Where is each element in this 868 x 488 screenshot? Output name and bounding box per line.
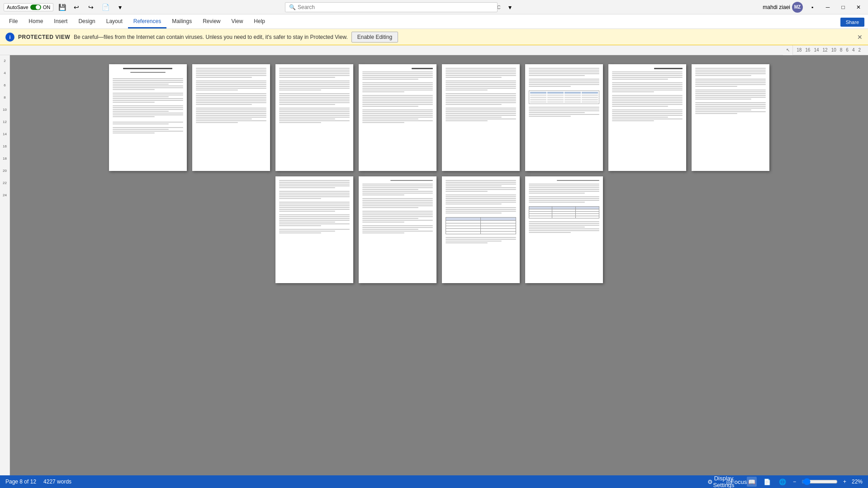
user-name: mahdi ziaei <box>763 4 790 10</box>
title-bar-right: mahdi ziaei MZ ▪ ─ □ ✕ <box>763 1 864 13</box>
web-view-icon: 🌐 <box>779 479 786 485</box>
tab-view[interactable]: View <box>226 15 249 28</box>
page-thumb-3[interactable] <box>275 64 353 171</box>
autosave-label: AutoSave <box>7 5 28 10</box>
read-view-icon: 📖 <box>748 479 755 485</box>
ribbon-tabs: File Home Insert Design Layout Reference… <box>0 14 868 29</box>
ruler-left-6: 6 <box>0 83 9 87</box>
page-thumb-1[interactable] <box>109 64 187 171</box>
tab-mailings[interactable]: Mailings <box>166 15 197 28</box>
focus-label: Focus <box>731 479 747 485</box>
undo-button[interactable]: ↩ <box>71 1 82 13</box>
print-view-button[interactable]: 📄 <box>762 477 772 487</box>
title-bar-left: AutoSave ON 💾 ↩ ↪ 📄 ▾ <box>4 1 126 13</box>
zoom-in-button[interactable]: + <box>843 479 846 485</box>
ruler-left-14: 14 <box>0 132 9 136</box>
new-doc-button[interactable]: 📄 <box>100 1 111 13</box>
tab-help[interactable]: Help <box>248 15 270 28</box>
protected-bar: i PROTECTED VIEW Be careful—files from t… <box>0 29 868 45</box>
save-button[interactable]: 💾 <box>56 1 68 13</box>
pages-row-1 <box>109 64 769 171</box>
autosave-toggle[interactable]: AutoSave ON <box>4 3 53 11</box>
user-info: mahdi ziaei MZ <box>763 2 803 13</box>
page-thumb-9[interactable] <box>275 176 353 283</box>
status-bar: Page 8 of 12 4227 words ⚙ Display Settin… <box>0 475 868 488</box>
zoom-slider[interactable] <box>802 478 838 485</box>
ruler-num-16: 16 <box>805 47 810 52</box>
tab-file[interactable]: File <box>4 15 23 28</box>
customize-button[interactable]: ▾ <box>114 1 126 13</box>
search-bar: 🔍 <box>285 2 498 12</box>
ruler-left-2: 2 <box>0 59 9 63</box>
page-thumb-5[interactable] <box>442 64 520 171</box>
ruler-corner: ↖ <box>783 45 793 55</box>
ruler-left-24: 24 <box>0 193 9 197</box>
close-button[interactable]: ✕ <box>853 1 864 13</box>
zoom-level: 22% <box>852 479 863 485</box>
protected-icon: i <box>5 33 14 42</box>
web-view-button[interactable]: 🌐 <box>778 477 787 487</box>
search-icon: 🔍 <box>289 4 296 10</box>
user-avatar[interactable]: MZ <box>792 2 803 13</box>
protected-label: PROTECTED VIEW <box>18 34 70 40</box>
share-button[interactable]: Share <box>840 18 864 27</box>
autosave-state: ON <box>43 5 51 10</box>
left-ruler: 2 4 6 8 10 12 14 16 18 20 22 24 <box>0 55 10 475</box>
page-thumb-11[interactable] <box>442 176 520 283</box>
ruler-num-18: 18 <box>797 47 802 52</box>
pages-row-2 <box>275 176 603 283</box>
ruler-left-20: 20 <box>0 169 9 173</box>
top-ruler: ↖ 18 16 14 12 10 8 6 4 2 <box>0 45 868 55</box>
ruler-num-6: 6 <box>846 47 849 52</box>
ruler-left-10: 10 <box>0 108 9 112</box>
tab-insert[interactable]: Insert <box>48 15 73 28</box>
page-thumb-10[interactable] <box>359 176 436 283</box>
minimize-button[interactable]: ─ <box>822 1 834 13</box>
page-thumb-12[interactable] <box>525 176 603 283</box>
page-thumb-6[interactable] <box>525 64 603 171</box>
display-settings-icon: ⚙ <box>707 479 713 485</box>
status-bar-right: ⚙ Display Settings ◎ Focus 📖 📄 🌐 − + 22% <box>716 477 863 487</box>
redo-button[interactable]: ↪ <box>85 1 97 13</box>
title-bar: AutoSave ON 💾 ↩ ↪ 📄 ▾ آزمایش تعیین سختی … <box>0 0 868 14</box>
layout-button[interactable]: ▪ <box>806 1 818 13</box>
word-count: 4227 words <box>43 479 71 485</box>
doc-options-button[interactable]: ▾ <box>504 1 516 13</box>
ruler-num-4: 4 <box>852 47 855 52</box>
ruler-left-22: 22 <box>0 181 9 185</box>
ruler-num-14: 14 <box>814 47 819 52</box>
ruler-num-10: 10 <box>831 47 836 52</box>
main-area: 2 4 6 8 10 12 14 16 18 20 22 24 <box>0 55 868 475</box>
ruler-left-12: 12 <box>0 120 9 124</box>
page-thumb-8[interactable] <box>692 64 769 171</box>
ruler-left-4: 4 <box>0 71 9 75</box>
tab-design[interactable]: Design <box>73 15 100 28</box>
tab-layout[interactable]: Layout <box>101 15 128 28</box>
zoom-out-button[interactable]: − <box>793 479 796 485</box>
ruler-num-2: 2 <box>858 47 861 52</box>
ruler-num-12: 12 <box>823 47 828 52</box>
read-view-button[interactable]: 📖 <box>747 477 757 487</box>
autosave-toggle-dot <box>30 5 41 10</box>
ruler-left-16: 16 <box>0 144 9 148</box>
enable-editing-button[interactable]: Enable Editing <box>351 32 398 43</box>
protected-message: Be careful—files from the Internet can c… <box>74 34 348 40</box>
tab-home[interactable]: Home <box>23 15 48 28</box>
ruler-num-8: 8 <box>840 47 843 52</box>
display-settings-button[interactable]: ⚙ Display Settings <box>716 477 726 487</box>
focus-button[interactable]: ◎ Focus <box>731 477 741 487</box>
pages-container[interactable] <box>10 55 868 475</box>
page-thumb-2[interactable] <box>192 64 270 171</box>
maximize-button[interactable]: □ <box>837 1 849 13</box>
print-view-icon: 📄 <box>764 479 771 485</box>
protected-close-button[interactable]: ✕ <box>857 33 863 41</box>
tab-review[interactable]: Review <box>197 15 226 28</box>
search-input[interactable] <box>298 4 493 10</box>
user-initials: MZ <box>794 5 801 9</box>
page-info: Page 8 of 12 <box>5 479 36 485</box>
page-thumb-7[interactable] <box>608 64 686 171</box>
tab-references[interactable]: References <box>128 15 166 28</box>
page-thumb-4[interactable] <box>359 64 436 171</box>
ruler-left-8: 8 <box>0 95 9 99</box>
focus-icon: ◎ <box>726 479 731 485</box>
